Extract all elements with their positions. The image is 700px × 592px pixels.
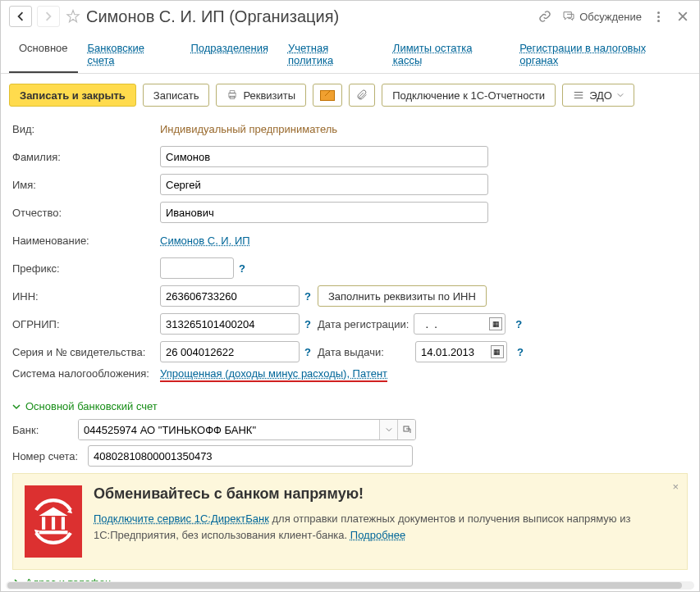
cert-help[interactable]: ?	[304, 346, 311, 358]
section-bank[interactable]: Основной банковский счет	[12, 400, 699, 412]
save-button[interactable]: Записать	[143, 84, 210, 107]
issue-label: Дата выдачи:	[318, 346, 410, 358]
close-icon[interactable]: ×	[672, 480, 679, 493]
name-input[interactable]	[160, 174, 488, 195]
discuss-button[interactable]: Обсуждение	[561, 10, 642, 23]
calendar-icon[interactable]: ▦	[491, 345, 504, 358]
reg-date-label: Дата регистрации:	[318, 318, 409, 330]
svg-rect-5	[52, 517, 55, 529]
bank-combo[interactable]	[78, 419, 416, 440]
more-icon[interactable]	[650, 8, 666, 25]
tabs: Основное Банковские счета Подразделения …	[1, 35, 699, 74]
connect-button[interactable]: Подключение к 1С-Отчетности	[382, 84, 556, 107]
promo-text: Подключите сервис 1С:ДиректБанк для отпр…	[94, 511, 675, 543]
inn-help[interactable]: ?	[304, 290, 311, 303]
bank-label: Банк:	[12, 424, 78, 436]
email-button[interactable]	[313, 84, 342, 107]
print-icon	[226, 89, 238, 101]
attach-button[interactable]	[349, 84, 375, 107]
kind-label: Вид:	[12, 123, 160, 135]
disp-link[interactable]: Симонов С. И. ИП	[160, 235, 250, 247]
tax-sys-link[interactable]: Упрощенная (доходы минус расходы), Патен…	[160, 367, 387, 382]
discuss-label: Обсуждение	[579, 11, 642, 23]
open-icon[interactable]	[397, 420, 415, 439]
ogrnip-help[interactable]: ?	[304, 318, 311, 330]
paperclip-icon	[356, 89, 368, 102]
disp-label: Наименование:	[12, 235, 160, 247]
chevron-down-icon	[617, 92, 624, 98]
ogrnip-label: ОГРНИП:	[12, 318, 160, 330]
promo-heading: Обменивайтесь с банком напрямую!	[94, 485, 675, 503]
patronymic-input[interactable]	[160, 202, 488, 223]
save-close-button[interactable]: Записать и закрыть	[9, 84, 136, 107]
tax-sys-label: Система налогообложения:	[12, 367, 160, 381]
link-icon[interactable]	[537, 8, 553, 25]
tab-bank[interactable]: Банковские счета	[78, 35, 181, 73]
kind-value: Индивидуальный предприниматель	[160, 123, 337, 135]
toolbar: Записать и закрыть Записать Реквизиты По…	[1, 74, 699, 116]
promo-more-link[interactable]: Подробнее	[350, 529, 405, 541]
tab-limits[interactable]: Лимиты остатка кассы	[383, 35, 510, 73]
requisites-button[interactable]: Реквизиты	[216, 84, 306, 107]
close-icon[interactable]	[675, 8, 691, 25]
surname-label: Фамилия:	[12, 151, 160, 163]
issue-help[interactable]: ?	[517, 346, 524, 358]
bank-input[interactable]	[79, 420, 379, 439]
reg-date-help[interactable]: ?	[515, 318, 522, 330]
inn-label: ИНН:	[12, 290, 160, 303]
scrollbar[interactable]	[6, 581, 694, 590]
favorite-icon[interactable]	[65, 8, 81, 25]
prefix-help[interactable]: ?	[239, 262, 245, 275]
promo-link[interactable]: Подключите сервис 1С:ДиректБанк	[94, 512, 269, 525]
cert-input[interactable]	[160, 341, 300, 362]
scrollbar-thumb[interactable]	[7, 582, 682, 589]
chat-icon	[561, 10, 576, 23]
chevron-down-icon	[12, 403, 21, 411]
inn-input[interactable]	[160, 285, 300, 307]
forward-button[interactable]	[37, 6, 60, 27]
tab-tax[interactable]: Регистрации в налоговых органах	[510, 35, 691, 73]
tab-policy[interactable]: Учетная политика	[278, 35, 383, 73]
acct-label: Номер счета:	[12, 450, 88, 462]
back-button[interactable]	[9, 6, 32, 27]
stack-icon	[573, 89, 584, 101]
envelope-icon	[320, 90, 335, 101]
name-label: Имя:	[12, 179, 160, 191]
tab-main[interactable]: Основное	[9, 35, 78, 73]
ogrnip-input[interactable]	[160, 313, 300, 335]
acct-input[interactable]	[88, 445, 413, 467]
promo-banner: × Обменивайтесь с банком напрямую! Подкл…	[12, 473, 688, 570]
page-title: Симонов С. И. ИП (Организация)	[86, 7, 532, 26]
cert-label: Серия и № свидетельства:	[12, 346, 160, 358]
svg-rect-4	[42, 517, 45, 529]
prefix-label: Префикс:	[12, 262, 160, 275]
svg-rect-2	[230, 96, 235, 99]
svg-rect-1	[230, 91, 235, 93]
patronymic-label: Отчество:	[12, 207, 160, 219]
chevron-down-icon[interactable]	[379, 420, 397, 439]
bank-exchange-icon	[25, 485, 82, 558]
svg-rect-7	[39, 531, 68, 534]
prefix-input[interactable]	[160, 257, 234, 279]
edo-button[interactable]: ЭДО	[562, 84, 634, 107]
svg-rect-6	[62, 517, 65, 529]
tab-dept[interactable]: Подразделения	[181, 35, 278, 73]
surname-input[interactable]	[160, 146, 488, 167]
calendar-icon[interactable]: ▦	[489, 317, 502, 330]
fill-by-inn-button[interactable]: Заполнить реквизиты по ИНН	[318, 285, 487, 307]
